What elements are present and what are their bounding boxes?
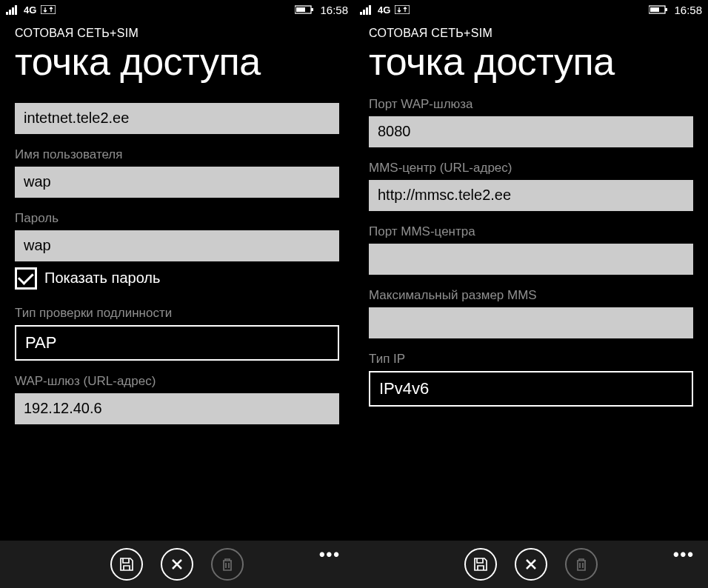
username-input[interactable] [15, 167, 339, 198]
page-title: точка доступа [354, 40, 708, 90]
phone-screen-left: 4G 16:58 СОТОВАЯ СЕТЬ+SIM точка доступа … [0, 0, 354, 588]
page-title: точка доступа [0, 40, 354, 90]
svg-rect-12 [395, 5, 410, 14]
app-bar: ••• [0, 541, 354, 588]
auth-type-label: Тип проверки подлинности [15, 306, 339, 321]
ip-type-select[interactable]: IPv4v6 [369, 371, 693, 407]
header: СОТОВАЯ СЕТЬ+SIM [354, 19, 708, 40]
svg-rect-15 [665, 8, 667, 11]
breadcrumb: СОТОВАЯ СЕТЬ+SIM [369, 27, 693, 40]
svg-rect-8 [360, 12, 362, 15]
network-type: 4G [24, 4, 36, 16]
more-button[interactable]: ••• [319, 545, 341, 564]
field-auth-type: Тип проверки подлинности PAP [15, 306, 339, 361]
status-right: 16:58 [295, 4, 348, 16]
field-password: Пароль [15, 211, 339, 261]
svg-rect-10 [366, 7, 368, 15]
mms-center-label: MMS-центр (URL-адрес) [369, 161, 693, 176]
status-bar: 4G 16:58 [0, 0, 354, 19]
wap-port-input[interactable] [369, 116, 693, 147]
ip-type-label: Тип IP [369, 352, 693, 367]
cancel-button[interactable] [161, 548, 193, 581]
save-button[interactable] [464, 548, 497, 581]
mms-max-size-label: Максимальный размер MMS [369, 288, 693, 303]
svg-rect-4 [41, 5, 56, 14]
svg-rect-1 [9, 10, 11, 15]
clock-time: 16:58 [674, 4, 702, 16]
username-label: Имя пользователя [15, 147, 339, 162]
field-wap-port: Порт WAP-шлюза [369, 97, 693, 147]
status-right: 16:58 [649, 4, 702, 16]
mms-max-size-input[interactable] [369, 307, 693, 338]
header: СОТОВАЯ СЕТЬ+SIM [0, 19, 354, 40]
svg-rect-9 [363, 10, 365, 15]
field-username: Имя пользователя [15, 147, 339, 198]
field-mms-center: MMS-центр (URL-адрес) [369, 161, 693, 211]
content-area: Имя пользователя Пароль Показать пароль … [0, 90, 354, 541]
data-transfer-icon [395, 5, 410, 14]
svg-rect-3 [15, 5, 17, 15]
apn-input[interactable] [15, 103, 339, 134]
signal-icon [360, 4, 373, 15]
show-password-row[interactable]: Показать пароль [15, 267, 339, 290]
show-password-label: Показать пароль [44, 270, 160, 287]
field-ip-type: Тип IP IPv4v6 [369, 352, 693, 407]
breadcrumb: СОТОВАЯ СЕТЬ+SIM [15, 27, 339, 40]
phone-screen-right: 4G 16:58 СОТОВАЯ СЕТЬ+SIM точка доступа … [354, 0, 708, 588]
cancel-button[interactable] [515, 548, 547, 581]
data-transfer-icon [41, 5, 56, 14]
field-mms-port: Порт MMS-центра [369, 224, 693, 275]
delete-button[interactable] [211, 548, 244, 581]
app-bar: ••• [354, 541, 708, 588]
svg-rect-11 [369, 5, 371, 15]
status-bar: 4G 16:58 [354, 0, 708, 19]
battery-icon [649, 5, 668, 14]
mms-center-input[interactable] [369, 180, 693, 211]
mms-port-input[interactable] [369, 244, 693, 275]
svg-rect-0 [6, 12, 8, 15]
password-input[interactable] [15, 230, 339, 261]
status-left: 4G [360, 4, 410, 16]
svg-rect-2 [12, 7, 14, 15]
more-button[interactable]: ••• [673, 545, 695, 564]
auth-type-select[interactable]: PAP [15, 325, 339, 361]
delete-button[interactable] [565, 548, 598, 581]
save-button[interactable] [110, 548, 143, 581]
svg-rect-7 [311, 8, 313, 11]
clock-time: 16:58 [320, 4, 348, 16]
battery-icon [295, 5, 314, 14]
svg-rect-6 [296, 7, 305, 12]
field-mms-max-size: Максимальный размер MMS [369, 288, 693, 338]
password-label: Пароль [15, 211, 339, 226]
wap-gateway-input[interactable] [15, 393, 339, 424]
status-left: 4G [6, 4, 56, 16]
field-apn [15, 97, 339, 134]
content-area: Порт WAP-шлюза MMS-центр (URL-адрес) Пор… [354, 90, 708, 541]
field-wap-gateway: WAP-шлюз (URL-адрес) [15, 374, 339, 424]
show-password-checkbox[interactable] [15, 267, 37, 290]
network-type: 4G [378, 4, 390, 16]
svg-rect-14 [650, 7, 659, 12]
mms-port-label: Порт MMS-центра [369, 224, 693, 239]
signal-icon [6, 4, 19, 15]
wap-gateway-label: WAP-шлюз (URL-адрес) [15, 374, 339, 389]
wap-port-label: Порт WAP-шлюза [369, 97, 693, 112]
